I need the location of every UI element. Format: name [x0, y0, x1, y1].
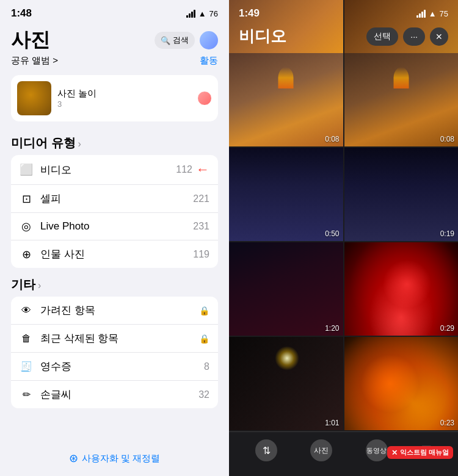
video-duration-4: 0:19 — [440, 229, 454, 238]
right-status-icons: ▲ 75 — [416, 9, 448, 18]
watermark-text: 익스트림 매뉴얼 — [400, 448, 449, 457]
header-buttons: 선택 ··· ✕ — [366, 27, 448, 46]
tab-videos[interactable]: 동영상 — [366, 439, 388, 461]
collaborator-avatar — [197, 91, 212, 106]
other-item-handwriting[interactable]: ✏ 손글씨 32 — [11, 381, 218, 408]
video-duration-6: 0:29 — [440, 324, 454, 333]
avatar[interactable] — [200, 31, 218, 49]
video-section-title: 비디오 — [239, 26, 286, 47]
media-item-livephoto[interactable]: ◎ Live Photo 231 — [11, 213, 218, 240]
video-duration-2: 0:08 — [440, 135, 454, 143]
video-cell-2[interactable]: 0:08 — [344, 53, 459, 146]
selfie-label: 셀피 — [40, 192, 193, 206]
other-section-title: 기타 — [11, 276, 35, 293]
video-cell-1[interactable]: 0:08 — [229, 53, 343, 146]
video-duration-1: 0:08 — [325, 135, 339, 143]
tab-sort[interactable]: ⇅ — [255, 439, 277, 461]
hidden-icon: 👁 — [20, 305, 33, 316]
video-cell-3[interactable]: 0:50 — [229, 148, 343, 241]
shared-avatars — [197, 91, 212, 106]
right-time: 1:49 — [239, 7, 260, 20]
deleted-icon: 🗑 — [20, 333, 33, 344]
media-item-portrait[interactable]: ⊕ 인물 사진 119 — [11, 240, 218, 268]
search-icon: 🔍 — [161, 36, 170, 45]
receipt-count: 8 — [204, 361, 209, 372]
media-section-chevron: › — [78, 139, 81, 150]
video-grid: 0:08 0:08 0:50 0:19 1:20 0:29 1:01 0:23 — [229, 53, 458, 431]
select-button[interactable]: 선택 — [366, 27, 398, 46]
video-cell-6[interactable]: 0:29 — [344, 242, 459, 336]
lock-icon-deleted: 🔒 — [199, 334, 209, 344]
battery-icon: 76 — [209, 9, 218, 18]
right-header: 비디오 선택 ··· ✕ — [229, 22, 458, 53]
selfie-count: 221 — [193, 193, 209, 204]
watermark: ✕ 익스트림 매뉴얼 — [387, 446, 453, 459]
portrait-label: 인물 사진 — [40, 247, 193, 261]
left-panel: 1:48 ▲ 76 사진 🔍 검색 공유 — [0, 0, 229, 476]
right-signal-icon — [416, 10, 426, 18]
bottom-link[interactable]: ⊛ 사용자화 및 재정렬 — [0, 441, 229, 476]
wifi-icon: ▲ — [198, 9, 206, 18]
video-duration-7: 1:01 — [325, 419, 339, 427]
video-duration-5: 1:20 — [325, 324, 339, 333]
media-item-selfie[interactable]: ⊡ 셀피 221 — [11, 185, 218, 213]
video-cell-5[interactable]: 1:20 — [229, 242, 343, 336]
handwriting-count: 32 — [198, 389, 209, 400]
right-wifi-icon: ▲ — [429, 9, 437, 18]
more-button[interactable]: ··· — [403, 27, 425, 46]
other-list: 👁 가려진 항목 🔒 🗑 최근 삭제된 항목 🔒 🧾 영수증 8 ✏ 손글씨 3… — [11, 297, 218, 408]
activity-button[interactable]: 활동 — [200, 55, 218, 67]
header-actions: 🔍 검색 — [154, 31, 218, 49]
selfie-icon: ⊡ — [20, 192, 33, 206]
other-item-receipt[interactable]: 🧾 영수증 8 — [11, 353, 218, 381]
other-item-deleted[interactable]: 🗑 최근 삭제된 항목 🔒 — [11, 325, 218, 353]
video-cell-4[interactable]: 0:19 — [344, 148, 459, 241]
red-arrow-indicator: ← — [196, 162, 209, 178]
media-item-video[interactable]: ⬜ 비디오 112 ← — [11, 155, 218, 185]
left-status-icons: ▲ 76 — [186, 9, 218, 18]
lock-icon-hidden: 🔒 — [199, 306, 209, 316]
handwriting-icon: ✏ — [20, 389, 33, 400]
media-section-heading[interactable]: 미디어 유형 › — [0, 126, 229, 155]
receipt-label: 영수증 — [40, 359, 204, 373]
sort-icon-circle: ⇅ — [255, 439, 277, 461]
livephoto-label: Live Photo — [40, 220, 193, 233]
shared-album-card[interactable]: 사진 놀이 3 — [11, 75, 218, 121]
signal-icon — [186, 10, 195, 18]
portrait-icon: ⊕ — [20, 248, 33, 261]
other-section-heading[interactable]: 기타 › — [0, 268, 229, 297]
video-icon: ⬜ — [20, 163, 33, 176]
close-button[interactable]: ✕ — [430, 27, 448, 46]
bottom-tabs: ⇅ 사진 동영상 ⊞ ✕ 익스트림 매뉴얼 — [229, 431, 458, 476]
shared-album-link[interactable]: 공유 앨범 > — [11, 55, 58, 67]
sort-icon: ⇅ — [263, 445, 271, 456]
video-count: 112 — [176, 164, 192, 175]
left-time: 1:48 — [11, 7, 32, 20]
videos-tab-circle: 동영상 — [366, 439, 388, 461]
media-list: ⬜ 비디오 112 ← ⊡ 셀피 221 ◎ Live Photo 231 ⊕ … — [11, 155, 218, 268]
video-cell-7[interactable]: 1:01 — [229, 337, 343, 430]
other-item-hidden[interactable]: 👁 가려진 항목 🔒 — [11, 297, 218, 325]
deleted-label: 최근 삭제된 항목 — [40, 331, 199, 345]
search-button[interactable]: 🔍 검색 — [154, 32, 195, 49]
left-status-bar: 1:48 ▲ 76 — [0, 0, 229, 22]
photos-icon: ⊛ — [69, 452, 78, 465]
media-section-title: 미디어 유형 — [11, 135, 76, 151]
video-cell-8[interactable]: 0:23 — [344, 337, 459, 430]
hidden-label: 가려진 항목 — [40, 303, 199, 317]
receipt-icon: 🧾 — [20, 361, 33, 372]
right-battery-icon: 75 — [440, 9, 448, 18]
app-header: 사진 🔍 검색 공유 앨범 > 활동 — [0, 22, 229, 70]
shared-album-name: 사진 놀이 — [57, 88, 191, 99]
livephoto-icon: ◎ — [20, 220, 33, 233]
tab-photos[interactable]: 사진 — [310, 439, 332, 461]
watermark-x: ✕ — [391, 449, 398, 457]
shared-album-count: 3 — [57, 99, 191, 109]
handwriting-label: 손글씨 — [40, 388, 198, 402]
video-duration-8: 0:23 — [440, 419, 454, 427]
shared-info: 사진 놀이 3 — [57, 88, 191, 109]
right-panel: 1:49 ▲ 75 비디오 선택 ··· ✕ — [229, 0, 458, 476]
photos-tab-label: 사진 — [314, 445, 329, 456]
shared-thumb — [17, 81, 51, 115]
videos-tab-label: 동영상 — [366, 446, 387, 455]
